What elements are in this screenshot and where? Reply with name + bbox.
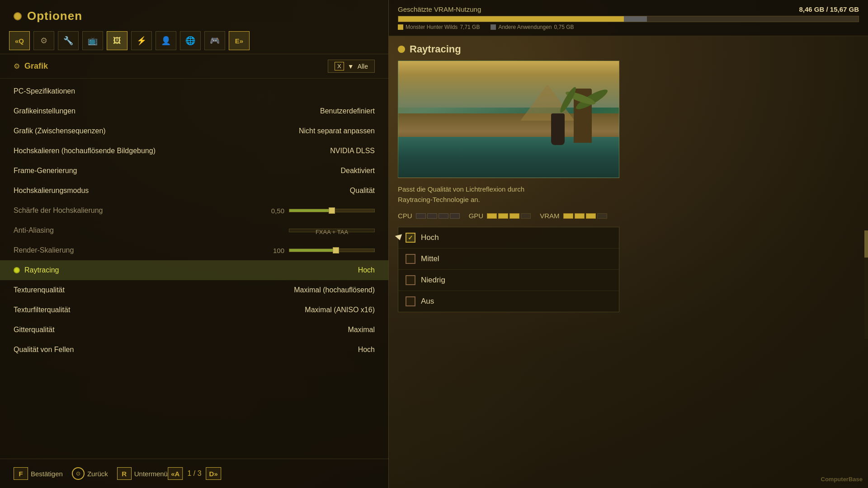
settings-icon: ⚙	[40, 36, 47, 46]
menu-item-label: Grafik (Zwischensequenzen)	[14, 127, 299, 135]
cpu-label: CPU	[398, 212, 412, 220]
nav-tab-profile[interactable]: 👤	[156, 31, 176, 50]
submenu-key: R	[117, 467, 132, 480]
back-key: ⊙	[72, 467, 85, 480]
option-label-niedrig: Niedrig	[421, 276, 445, 285]
nav-tab-display[interactable]: 📺	[82, 31, 103, 50]
footer: F Bestätigen ⊙ Zurück R Untermenü «A 1 /…	[0, 459, 389, 488]
nav-tab-network[interactable]: 🌐	[180, 31, 201, 50]
aa-track: FXAA + TAA	[289, 229, 375, 232]
menu-item-value: NVIDIA DLSS	[330, 147, 375, 155]
menu-item-value: Nicht separat anpassen	[299, 127, 375, 135]
sharpness-slider-container: 0,50	[194, 207, 375, 215]
footer-controls: F Bestätigen ⊙ Zurück R Untermenü	[14, 467, 168, 480]
option-mittel[interactable]: Mittel	[398, 249, 619, 270]
menu-item-frame-gen[interactable]: Frame-Generierung Deaktiviert	[0, 161, 388, 181]
option-label-aus: Aus	[421, 297, 434, 306]
option-hoch[interactable]: Hoch	[398, 227, 619, 249]
page-next-key[interactable]: D»	[206, 467, 221, 480]
controller-icon: 🎮	[210, 36, 220, 46]
cpu-bar-3	[439, 213, 448, 219]
menu-item-cutscene[interactable]: Grafik (Zwischensequenzen) Nicht separat…	[0, 121, 388, 141]
network-icon: 🌐	[185, 36, 195, 46]
menu-item-label: Frame-Generierung	[14, 167, 340, 175]
menu-item-graphics-settings[interactable]: Grafikeinstellungen Benutzerdefiniert	[0, 101, 388, 121]
nav-tab-graphics[interactable]: 🖼	[107, 31, 127, 50]
vram-legend-other: Andere Anwendungen 0,75 GB	[491, 24, 574, 30]
profile-icon: 👤	[161, 36, 171, 46]
graphics-icon: 🖼	[113, 36, 121, 46]
mhw-label: Monster Hunter Wilds	[406, 24, 458, 30]
vram-header: Geschätzte VRAM-Nutzung 8,46 GB / 15,67 …	[398, 5, 859, 13]
preview-section: Raytracing Passt die Qualität von Lichtr…	[389, 36, 868, 319]
menu-item-texture-filter[interactable]: Texturfilterqualität Maximal (ANISO x16)	[0, 300, 388, 320]
nav-tab-prev[interactable]: «Q	[9, 31, 30, 50]
nav-tab-settings[interactable]: ⚙	[33, 31, 54, 50]
menu-item-raytracing[interactable]: Raytracing Hoch	[0, 260, 388, 280]
option-niedrig[interactable]: Niedrig	[398, 270, 619, 291]
page-title: Optionen	[27, 9, 82, 23]
option-checkbox-hoch	[406, 233, 415, 243]
menu-item-mesh-quality[interactable]: Gitterqualität Maximal	[0, 320, 388, 340]
cpu-bars	[416, 213, 460, 219]
header: Optionen	[0, 0, 388, 28]
vram-title: Geschätzte VRAM-Nutzung	[398, 5, 481, 13]
nav-tab-power[interactable]: ⚡	[131, 31, 152, 50]
cpu-bar-1	[416, 213, 426, 219]
section-header: ⚙ Grafik X ▼ Alle	[0, 54, 388, 79]
menu-item-label: Schärfe der Hochskalierung	[14, 206, 194, 215]
sharpness-track[interactable]	[289, 209, 375, 212]
nav-tab-next[interactable]: E»	[229, 31, 250, 50]
render-thumb[interactable]	[333, 247, 339, 253]
menu-item-label: Texturenqualität	[14, 286, 294, 294]
scrollbar-thumb[interactable]	[864, 230, 868, 258]
render-track[interactable]	[289, 249, 375, 252]
legend-dot-other	[491, 24, 496, 30]
menu-item-value: Maximal (ANISO x16)	[305, 306, 375, 314]
cpu-bar-4	[450, 213, 460, 219]
aa-value: FXAA + TAA	[316, 229, 348, 235]
menu-item-upscale-mode[interactable]: Hochskalierungsmodus Qualität	[0, 181, 388, 201]
vram-legend-mhw: Monster Hunter Wilds 7,71 GB	[398, 24, 480, 30]
menu-item-label: Texturfilterqualität	[14, 306, 305, 314]
page-prev-key[interactable]: «A	[168, 467, 183, 480]
vram-legend: Monster Hunter Wilds 7,71 GB Andere Anwe…	[398, 24, 859, 30]
menu-item-sharpness[interactable]: Schärfe der Hochskalierung 0,50	[0, 201, 388, 221]
render-slider-container: 100	[194, 247, 375, 254]
menu-item-pc-specs[interactable]: PC-Spezifikationen	[0, 81, 388, 101]
option-checkbox-mittel	[406, 254, 415, 264]
cpu-indicator: CPU	[398, 212, 460, 220]
section-icon: ⚙	[14, 62, 20, 70]
other-label: Andere Anwendungen	[498, 24, 552, 30]
menu-item-fur-quality[interactable]: Qualität von Fellen Hoch	[0, 340, 388, 360]
vram-bar-container: Geschätzte VRAM-Nutzung 8,46 GB / 15,67 …	[389, 0, 868, 36]
menu-item-antialiasing[interactable]: Anti-Aliasing FXAA + TAA	[0, 221, 388, 240]
nav-tab-tools[interactable]: 🔧	[58, 31, 79, 50]
menu-item-upscaling[interactable]: Hochskalieren (hochauflösende Bildgebung…	[0, 141, 388, 161]
nav-tab-controller[interactable]: 🎮	[204, 31, 225, 50]
sharpness-thumb[interactable]	[329, 207, 335, 214]
menu-item-label: Grafikeinstellungen	[14, 107, 320, 115]
menu-item-value: Hoch	[358, 266, 375, 274]
menu-item-value: Maximal (hochauflösend)	[294, 286, 375, 294]
menu-item-texture-quality[interactable]: Texturenqualität Maximal (hochauflösend)	[0, 280, 388, 300]
menu-item-label: Hochskalierungsmodus	[14, 187, 350, 195]
menu-item-value: Benutzerdefiniert	[320, 107, 375, 115]
nav-tabs: «Q ⚙ 🔧 📺 🖼 ⚡ 👤 🌐 🎮 E»	[0, 28, 388, 54]
vram-value: 8,46 GB / 15,67 GB	[799, 5, 859, 13]
vram-other-bar	[624, 16, 647, 22]
raytracing-description: Passt die Qualität von Lichtreflexion du…	[398, 184, 859, 205]
menu-item-render-scale[interactable]: Render-Skalierung 100	[0, 240, 388, 260]
raytracing-dot	[398, 46, 405, 53]
scrollbar[interactable]	[864, 230, 868, 339]
left-panel: Optionen «Q ⚙ 🔧 📺 🖼 ⚡ 👤 🌐 🎮 E	[0, 0, 389, 488]
back-control: ⊙ Zurück	[72, 467, 108, 480]
filter-label: Alle	[358, 63, 368, 70]
vram-bars	[563, 213, 607, 219]
menu-item-label: Gitterqualität	[14, 326, 348, 334]
option-aus[interactable]: Aus	[398, 291, 619, 312]
menu-item-label: Raytracing	[24, 266, 358, 274]
filter-button[interactable]: X ▼ Alle	[328, 60, 375, 73]
vram-bar-3	[586, 213, 596, 219]
vram-mhw-bar	[398, 16, 624, 22]
